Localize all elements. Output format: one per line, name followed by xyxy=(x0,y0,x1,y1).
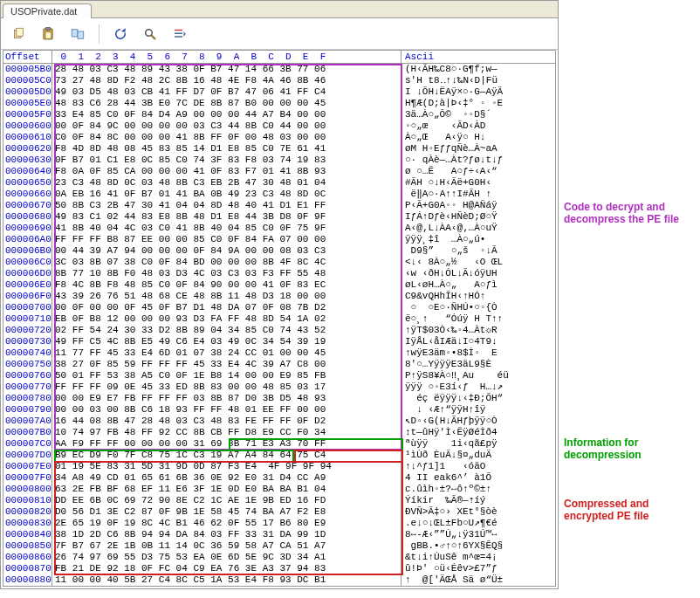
hex-cell: 48 83 C6 28 44 3B E0 7C DE 8B 87 B0 00 0… xyxy=(52,98,401,109)
hex-cell: FB 21 DE 92 18 0F FC 04 C9 EA 76 3E A3 3… xyxy=(52,563,401,574)
compare-icon[interactable] xyxy=(69,25,86,43)
toolbar xyxy=(1,18,558,50)
annotation-panel: Code to decrypt and decompress the PE fi… xyxy=(559,0,698,589)
hex-cell: DD EE 6B 0C 69 72 90 8E C2 1C AE 1E 9B E… xyxy=(52,495,401,506)
ascii-cell: éç ëÿÿÿ↓‹‡Ð;ÕH“ xyxy=(401,393,555,404)
hex-row[interactable]: 000007E001 19 5E 83 31 5D 31 9D 0D 87 F3… xyxy=(3,461,555,472)
ascii-cell: øM H◦EƒƒqÑè…À~aA xyxy=(401,143,555,155)
svg-point-7 xyxy=(146,29,153,36)
ascii-cell: 8↔-Æ‹””Ú„↓ÿ31Ú™↔ xyxy=(401,529,555,540)
offset-cell: 000005B0 xyxy=(3,64,52,75)
hex-row[interactable]: 000007B010 74 97 FB 48 FF 92 CC 8B CB FF… xyxy=(3,427,555,438)
search-icon[interactable] xyxy=(141,25,159,43)
hex-row[interactable]: 000005C073 27 48 8D F2 48 2C 8B 16 48 4E… xyxy=(3,75,555,86)
ascii-cell: #ÃH ○↓H‹Ãë+G0H‹ xyxy=(401,177,555,189)
file-tab[interactable]: USOPrivate.dat xyxy=(3,3,92,18)
hex-row[interactable]: 0000086026 74 97 69 55 D3 75 53 EA 0E 6D… xyxy=(3,552,555,563)
hex-cell: 0A EB 16 41 0F B7 01 41 BA 0B 49 23 C3 4… xyxy=(52,189,401,200)
hex-row[interactable]: 000005D049 03 D5 48 03 CB 41 FF D7 0F B7… xyxy=(3,86,555,98)
hex-row[interactable]: 0000070000 0F 00 00 0F 45 0F B7 D1 48 DA… xyxy=(3,302,555,313)
svg-rect-6 xyxy=(78,31,84,38)
hex-row[interactable]: 00000770FF FF FF 09 0E 45 33 ED 8B 83 00… xyxy=(3,381,555,393)
ascii-cell: ↑wÿE3äm◦•8$Ì◦ E xyxy=(401,347,555,359)
hex-row[interactable]: 000005E048 83 C6 28 44 3B E0 7C DE 8B 87… xyxy=(3,98,555,109)
ascii-cell: <↓‹ 8À○„½ ‹O ŒL xyxy=(401,257,555,268)
ascii-cell: P‹Ã+G0A◦◦ H@AÑáÿ xyxy=(401,200,555,211)
hex-row[interactable]: 0000084038 1D 2D C6 8B 94 94 DA 84 03 FF… xyxy=(3,529,555,540)
offset-cell: 000005D0 xyxy=(3,86,52,98)
offset-cell: 00000740 xyxy=(3,347,52,359)
offset-cell: 00000700 xyxy=(3,302,52,313)
offset-cell: 00000640 xyxy=(3,166,52,177)
hex-cell: 49 83 C1 02 44 83 E8 8B 48 D1 E8 44 3B D… xyxy=(52,211,401,223)
hex-row[interactable]: 0000060000 0F 84 9C 00 00 00 00 03 C3 44… xyxy=(3,120,555,132)
hex-row[interactable]: 000008302E 65 19 0F 19 8C 4C B1 46 62 0F… xyxy=(3,518,555,529)
hex-row[interactable]: 0000075038 27 0F 85 59 FF FF FF 45 33 E4… xyxy=(3,359,555,370)
offset-cell: 000006A0 xyxy=(3,234,52,245)
hex-row[interactable]: 000006600A EB 16 41 0F B7 01 41 BA 0B 49… xyxy=(3,189,555,200)
hex-row[interactable]: 00000810DD EE 6B 0C 69 72 90 8E C2 1C AE… xyxy=(3,495,555,506)
hex-row[interactable]: 0000072002 FF 54 24 30 33 D2 8B 89 04 34… xyxy=(3,325,555,336)
hex-row[interactable]: 0000076050 01 FF 53 38 A5 C0 0F 1E B8 14… xyxy=(3,370,555,381)
offset-cell: 000005C0 xyxy=(3,75,52,86)
hex-row[interactable]: 00000640F8 0A 0F 85 CA 00 00 00 41 0F 83… xyxy=(3,166,555,177)
hex-row[interactable]: 0000078000 00 E9 E7 FB FF FF FF 03 8B 87… xyxy=(3,393,555,404)
refresh-icon[interactable] xyxy=(112,25,129,43)
hex-cell: 50 8B C3 2B 47 30 41 04 04 8D 48 40 41 D… xyxy=(52,200,401,211)
hex-cell: 50 01 FF 53 38 A5 C0 0F 1E B8 14 00 00 E… xyxy=(52,370,401,381)
hex-row[interactable]: 000006F043 39 26 76 51 48 68 CE 48 8B 11… xyxy=(3,291,555,302)
hex-row[interactable]: 000005F033 E4 85 C0 0F 84 D4 A9 00 00 00… xyxy=(3,109,555,120)
ascii-cell: D9§” ○„š ◦↓Ã xyxy=(401,245,555,257)
hex-row[interactable]: 0000073049 FF C5 4C 8B E5 49 C6 E4 03 49… xyxy=(3,336,555,347)
hex-row[interactable]: 000006A0FF FF FF B8 87 EE 00 00 85 C0 0F… xyxy=(3,234,555,245)
hex-row[interactable]: 000005B028 48 03 C3 48 89 43 38 0F B7 47… xyxy=(3,64,555,75)
svg-rect-10 xyxy=(175,32,182,34)
hex-row[interactable]: 000006D08B 77 10 8B F0 48 03 D3 4C 03 C3… xyxy=(3,268,555,279)
offset-cell: 00000780 xyxy=(3,393,52,404)
offset-cell: 000006B0 xyxy=(3,245,52,257)
hex-row[interactable]: 0000069041 8B 40 04 4C 03 C0 41 8B 40 04… xyxy=(3,223,555,234)
hex-row[interactable]: 000007C0AA F9 FF FF 00 00 00 00 31 69 8B… xyxy=(3,438,555,450)
hex-cell: 3C 03 8B 07 38 C0 0F 84 BD 00 00 00 8B 4… xyxy=(52,257,401,268)
hex-row[interactable]: 0000068049 83 C1 02 44 83 E8 8B 48 D1 E8… xyxy=(3,211,555,223)
hex-row[interactable]: 0000074011 77 FF 45 33 E4 6D 01 07 38 24… xyxy=(3,347,555,359)
ascii-cell: ÿÿÿ¸‡î …À○„ú• xyxy=(401,234,555,245)
hex-row[interactable]: 000007D0B9 EC D9 F0 7F C8 75 1C C3 19 A7… xyxy=(3,450,555,461)
hex-row[interactable]: 000006300F B7 01 C1 E8 0C 85 C0 74 3F 83… xyxy=(3,155,555,166)
hex-row[interactable]: 0000079000 00 03 00 8B C6 18 93 FF FF 48… xyxy=(3,404,555,416)
hex-row[interactable]: 000007F034 A8 49 CD 01 65 61 6B 36 0E 92… xyxy=(3,472,555,484)
options-icon[interactable] xyxy=(171,25,189,43)
hex-editor-window: USOPrivate.dat Offset 0 1 2 3 4 5 6 7 8 … xyxy=(0,0,559,589)
label-decompress-info: Information for decompression xyxy=(564,436,695,461)
hex-row[interactable]: 00000610C0 0F 84 8C 00 00 00 41 8B FF 0F… xyxy=(3,132,555,143)
copy-icon[interactable] xyxy=(10,25,27,43)
hex-row[interactable]: 0000088011 00 00 40 5B 27 C4 8C C5 1A 53… xyxy=(3,574,555,586)
ascii-cell: c.ûìh­◦±?↔ô↑º©±↑ xyxy=(401,484,555,495)
hex-row[interactable]: 000008507F B7 67 2E 1B 0B 11 14 0C 36 59… xyxy=(3,540,555,552)
hex-row[interactable]: 000006B000 44 39 A7 94 00 00 00 0F 84 9A… xyxy=(3,245,555,257)
hex-row[interactable]: 0000080063 2E FB BF 68 EF 11 E6 3F 1E 0D… xyxy=(3,484,555,495)
ascii-cell: gBB.•♂↑○↑6YX§ÊQ§ xyxy=(401,540,555,552)
offset-cell: 00000770 xyxy=(3,381,52,393)
svg-rect-9 xyxy=(175,29,182,31)
hex-row[interactable]: 000006C03C 03 8B 07 38 C0 0F 84 BD 00 00… xyxy=(3,257,555,268)
hex-row[interactable]: 00000620F8 4D 8D 48 08 45 83 85 14 D1 E8… xyxy=(3,143,555,155)
paste-icon[interactable] xyxy=(39,25,57,43)
ascii-cell: ‹w ‹ðH↓ÓL↓Ã↓óÿUH xyxy=(401,268,555,279)
offset-cell: 00000620 xyxy=(3,143,52,155)
hex-cell: 00 00 E9 E7 FB FF FF FF 03 8B 87 D0 3B D… xyxy=(52,393,401,404)
hex-row[interactable]: 0000065023 C3 48 8D 0C 03 48 8B C3 EB 2B… xyxy=(3,177,555,189)
hex-cell: F8 0A 0F 85 CA 00 00 00 41 0F 83 F7 01 4… xyxy=(52,166,401,177)
offset-cell: 000007B0 xyxy=(3,427,52,438)
offset-cell: 000005F0 xyxy=(3,109,52,120)
hex-row[interactable]: 000007A016 44 08 8B 47 28 48 03 C3 48 83… xyxy=(3,416,555,427)
ascii-cell: Ýíkir ‰Â®‒⇡íý xyxy=(401,495,555,506)
hex-row[interactable]: 000006E0F8 4C 8B F8 48 85 C0 0F 84 90 00… xyxy=(3,279,555,291)
ascii-cell: s'H t8‥↑↓‰N‹D|Fü xyxy=(401,75,555,86)
offset-cell: 00000690 xyxy=(3,223,52,234)
hex-row[interactable]: 0000067050 8B C3 2B 47 30 41 04 04 8D 48… xyxy=(3,200,555,211)
hex-row[interactable]: 00000710EB 0F B8 12 00 00 00 93 D3 FA FF… xyxy=(3,313,555,325)
hex-cell: 73 27 48 8D F2 48 2C 8B 16 48 4E F8 4A 4… xyxy=(52,75,401,86)
hex-row[interactable]: 00000820D0 56 D1 3E C2 87 0F 9B 1E 58 45… xyxy=(3,506,555,518)
hex-row[interactable]: 00000870FB 21 DE 92 18 0F FC 04 C9 EA 76… xyxy=(3,563,555,574)
